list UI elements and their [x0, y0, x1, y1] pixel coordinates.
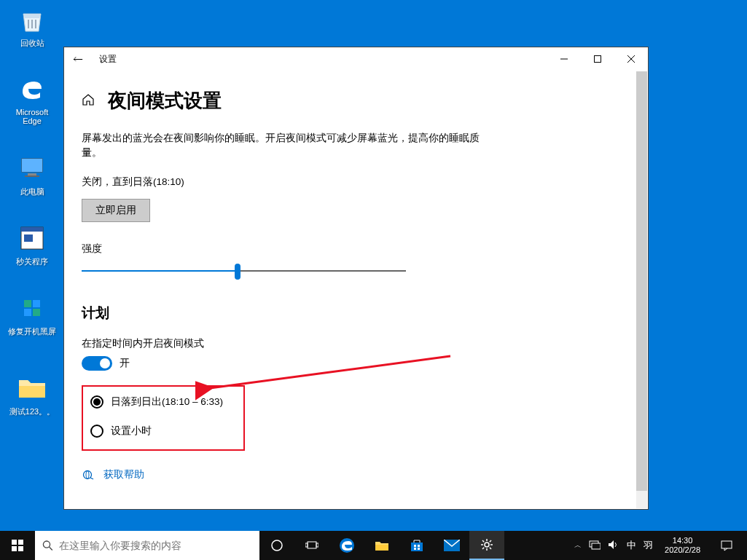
svg-rect-2 — [35, 20, 36, 28]
svg-point-26 — [43, 541, 50, 548]
store-taskbar-icon[interactable] — [399, 531, 434, 560]
desktop-icon-label: 此电脑 — [20, 186, 44, 197]
svg-point-19 — [84, 470, 92, 478]
svg-point-32 — [340, 538, 354, 553]
search-input[interactable] — [59, 540, 252, 551]
app-icon — [17, 223, 47, 253]
network-icon[interactable] — [589, 540, 601, 552]
svg-line-47 — [482, 548, 484, 549]
enable-now-button[interactable]: 立即启用 — [82, 199, 150, 222]
svg-rect-7 — [25, 176, 39, 177]
svg-point-28 — [272, 540, 282, 551]
search-icon — [42, 540, 53, 551]
scrollbar[interactable] — [636, 71, 647, 508]
svg-rect-12 — [33, 300, 40, 307]
svg-rect-22 — [12, 540, 17, 545]
desktop-icon-label: 回收站 — [20, 38, 44, 49]
schedule-label: 在指定时间内开启夜间模式 — [82, 337, 490, 350]
desktop-icon-this-pc[interactable]: 此电脑 — [6, 153, 58, 197]
svg-rect-33 — [375, 545, 388, 551]
desktop-icon-label: 测试123。。 — [9, 406, 55, 417]
svg-rect-38 — [418, 548, 420, 550]
svg-rect-51 — [721, 541, 732, 548]
volume-icon[interactable] — [608, 540, 619, 552]
svg-rect-14 — [33, 309, 40, 316]
edge-taskbar-icon[interactable] — [329, 531, 364, 560]
radio-icon — [90, 425, 103, 438]
back-button[interactable]: 🡐 — [73, 53, 93, 65]
help-icon — [82, 468, 95, 481]
radio-label: 设置小时 — [111, 425, 152, 438]
explorer-taskbar-icon[interactable] — [364, 531, 399, 560]
radio-sunset[interactable]: 日落到日出(18:10 – 6:33) — [90, 395, 233, 409]
slider-fill — [82, 270, 238, 272]
folder-icon — [17, 373, 47, 403]
strength-slider[interactable] — [82, 261, 406, 282]
help-link[interactable]: 获取帮助 — [103, 468, 144, 481]
mail-taskbar-icon[interactable] — [434, 531, 469, 560]
svg-rect-37 — [414, 548, 416, 550]
svg-line-48 — [490, 540, 491, 542]
svg-rect-0 — [28, 20, 29, 28]
window-title: 设置 — [93, 53, 547, 66]
tray-chevron-icon[interactable]: ︿ — [574, 540, 582, 551]
svg-rect-23 — [18, 540, 23, 545]
desktop-icon-seckill[interactable]: 秒关程序 — [6, 223, 58, 267]
settings-taskbar-icon[interactable] — [469, 531, 504, 560]
svg-rect-31 — [316, 543, 318, 547]
radio-label: 日落到日出(18:10 – 6:33) — [111, 395, 223, 409]
svg-line-46 — [490, 548, 491, 549]
titlebar: 🡐 设置 — [64, 47, 648, 71]
desktop-icon-recycle-bin[interactable]: 回收站 — [6, 4, 58, 49]
desktop-icon-label: 秒关程序 — [16, 256, 48, 267]
svg-rect-36 — [418, 545, 420, 547]
slider-thumb[interactable] — [235, 264, 240, 280]
desktop-icon-label: Microsoft Edge — [6, 108, 58, 125]
taskbar: ︿ 中 羽 14:30 2020/2/28 — [0, 531, 747, 560]
svg-line-45 — [482, 540, 484, 542]
svg-point-40 — [485, 543, 489, 547]
svg-rect-24 — [12, 546, 17, 551]
desktop-icon-label: 修复开机黑屏 — [8, 326, 56, 337]
ime-indicator-2[interactable]: 羽 — [644, 539, 653, 552]
radio-icon — [90, 395, 103, 409]
svg-point-20 — [86, 470, 89, 478]
svg-rect-11 — [24, 300, 31, 307]
cortana-icon[interactable] — [259, 531, 294, 560]
desktop-icon-edge[interactable]: Microsoft Edge — [6, 74, 58, 125]
taskview-icon[interactable] — [294, 531, 329, 560]
strength-label: 强度 — [82, 242, 490, 256]
svg-rect-34 — [411, 543, 423, 551]
edge-icon — [17, 74, 47, 105]
svg-rect-13 — [24, 309, 31, 316]
app-icon — [17, 293, 47, 323]
svg-rect-10 — [24, 234, 33, 242]
recycle-bin-icon — [17, 4, 47, 35]
svg-rect-25 — [18, 546, 23, 551]
status-text: 关闭，直到日落(18:10) — [82, 176, 490, 189]
content-area: 夜间模式设置 屏幕发出的蓝光会在夜间影响你的睡眠。开启夜间模式可减少屏幕蓝光，提… — [64, 71, 648, 509]
time-text: 14:30 — [673, 536, 693, 545]
page-title: 夜间模式设置 — [108, 88, 222, 114]
schedule-toggle[interactable] — [82, 356, 112, 371]
start-button[interactable] — [0, 531, 35, 560]
clock[interactable]: 14:30 2020/2/28 — [660, 536, 705, 555]
scroll-thumb[interactable] — [636, 71, 647, 491]
ime-indicator[interactable]: 中 — [627, 539, 636, 552]
close-button[interactable] — [614, 47, 648, 71]
radio-set-hours[interactable]: 设置小时 — [90, 425, 233, 438]
svg-rect-6 — [28, 173, 36, 176]
plan-heading: 计划 — [82, 304, 490, 323]
system-tray: ︿ 中 羽 14:30 2020/2/28 — [568, 536, 747, 555]
svg-rect-9 — [21, 227, 43, 232]
desktop-icon-testfolder[interactable]: 测试123。。 — [6, 373, 58, 417]
svg-rect-1 — [31, 20, 33, 28]
maximize-button[interactable] — [581, 47, 614, 71]
date-text: 2020/2/28 — [665, 545, 700, 555]
svg-rect-5 — [22, 159, 42, 172]
search-box[interactable] — [35, 531, 259, 560]
desktop-icon-fixboot[interactable]: 修复开机黑屏 — [6, 293, 58, 337]
notification-icon[interactable] — [712, 540, 741, 551]
minimize-button[interactable] — [547, 47, 581, 71]
home-icon[interactable] — [82, 93, 95, 109]
